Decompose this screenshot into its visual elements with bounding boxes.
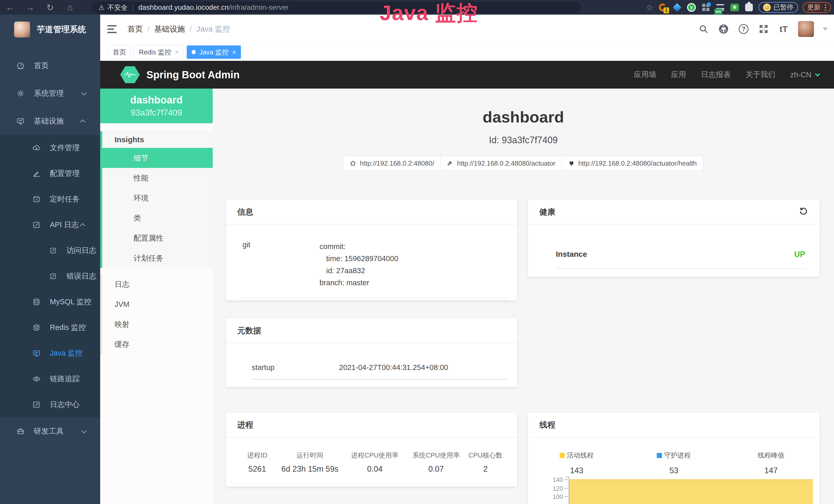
y-tick-mark [565,479,568,480]
profile-emoji-icon: ☺ [763,4,771,11]
log-edit-icon [47,245,59,256]
sba-item-details[interactable]: 细节 [100,148,213,168]
sba-item-jvm[interactable]: JVM [100,294,213,314]
sba-item-environment[interactable]: 环境 [100,188,213,208]
active-dot-icon [192,50,196,54]
app-sidebar: 芋道管理系统 首页 系统管理 基础设施 文件管理 [0,15,100,504]
extension-y-icon[interactable]: y [686,3,696,12]
service-url-button[interactable]: http://192.168.0.2:48080/ [343,156,440,171]
browser-forward-icon[interactable]: → [20,2,40,12]
sidebar-item-java[interactable]: Java 监控 [0,340,100,366]
breadcrumb: 首页 / 基础设施 / Java 监控 [127,24,230,35]
sba-locale-select[interactable]: zh-CN [790,71,818,79]
sba-item-mappings[interactable]: 映射 [100,314,213,334]
bookmark-star-icon[interactable]: ☆ [646,3,653,12]
camera-glyph [730,4,739,11]
browser-menu-icon[interactable] [825,4,826,11]
paused-label: 已暂停 [773,3,793,12]
browser-home-icon[interactable]: ⌂ [60,2,80,12]
legend-peak-threads: 线程峰值 [723,451,820,460]
sba-item-configprops[interactable]: 配置属性 [100,228,213,248]
health-url-button[interactable]: http://192.168.0.2:48080/actuator/health [562,156,703,171]
profile-paused-chip[interactable]: ☺ 已暂停 [759,2,798,13]
sba-item-caches[interactable]: 缓存 [100,334,213,354]
extension-grid-icon[interactable] [701,3,711,12]
extension-pin-icon[interactable] [672,3,682,12]
avatar-caret-icon[interactable] [823,27,828,30]
fullscreen-icon[interactable] [758,23,769,35]
browser-back-icon[interactable]: ← [0,2,20,12]
sba-nav-applications[interactable]: 应用 [671,70,686,80]
briefcase-icon [15,426,26,437]
sidebar-item-config[interactable]: 配置管理 [0,161,100,186]
legend-label: 活动线程 [567,451,594,459]
sidebar-item-api-log[interactable]: API 日志 [0,212,100,238]
extension-camera-icon[interactable] [730,3,740,12]
tab-redis-monitor[interactable]: Redis 监控 × [134,45,184,59]
warning-icon: ⚠ [98,4,104,11]
sba-item-logs[interactable]: 日志 [100,274,213,294]
sidebar-item-redis[interactable]: Redis 监控 [0,315,100,340]
sidebar-item-access-log[interactable]: 访问日志 [0,238,100,264]
sba-brand-title[interactable]: Spring Boot Admin [147,69,240,81]
breadcrumb-infra[interactable]: 基础设施 [154,24,185,35]
actuator-url-button[interactable]: http://192.168.0.2:48080/actuator [440,156,562,171]
search-icon[interactable] [698,23,709,35]
sidebar-item-infra[interactable]: 基础设施 [0,107,100,135]
git-time-line: time: 1596289704000 [320,253,398,265]
sba-nav-journal[interactable]: 日志报表 [701,70,731,80]
extension-list-icon[interactable]: on [715,3,725,12]
extension-orange-icon[interactable]: 1 [658,3,667,12]
browser-reload-icon[interactable]: ↻ [40,2,60,13]
sba-item-classes[interactable]: 类 [100,208,213,228]
close-icon[interactable]: × [175,48,179,56]
health-card: 健康 Instance UP [528,200,820,276]
info-card: 信息 git commit: time: 1596289704000 id: 2… [226,200,517,300]
sidebar-item-file[interactable]: 文件管理 [0,135,100,161]
health-instance-row: Instance UP [556,250,805,269]
browser-update-button[interactable]: 更新 [803,2,831,13]
sba-nav-wallboard[interactable]: 应用墙 [634,70,656,80]
close-icon[interactable]: × [232,48,236,56]
sba-logo-icon[interactable] [120,66,140,83]
help-icon[interactable]: ? [738,23,749,35]
tab-java-monitor[interactable]: Java 监控 × [187,45,241,59]
sidebar-item-home[interactable]: 首页 [0,52,100,79]
history-icon[interactable] [798,206,808,218]
sba-instance-header[interactable]: dashboard 93a3fc7f7409 [100,89,213,123]
sba-nav: 应用墙 应用 日志报表 关于我们 zh-CN [634,70,818,80]
git-id-line: id: 27aa832 [320,265,398,277]
user-avatar[interactable] [798,21,814,37]
sba-item-scheduled-tasks[interactable]: 计划任务 [100,248,213,268]
address-bar[interactable]: ⚠ 不安全 dashboard.yudao.iocoder.cn /infra/… [92,2,581,13]
breadcrumb-current: Java 监控 [197,24,231,35]
breadcrumb-separator: / [190,25,192,33]
gear-icon [15,88,26,99]
metadata-startup-row: startup 2021-04-27T00:44:31.254+08:00 [252,363,508,380]
dashboard-icon [15,60,26,71]
sidebar-item-error-log[interactable]: 错误日志 [0,264,100,289]
sidebar-item-mysql[interactable]: MySQL 监控 [0,289,100,315]
sidebar-item-system[interactable]: 系统管理 [0,79,100,107]
tab-home[interactable]: 首页 [108,45,131,59]
security-label[interactable]: 不安全 [107,3,127,12]
extensions-puzzle-icon[interactable] [744,3,754,12]
github-icon[interactable] [718,23,729,35]
sidebar-item-trace[interactable]: 链路追踪 [0,366,100,392]
metadata-value: 2021-04-27T00:44:31.254+08:00 [339,363,448,372]
locale-label: zh-CN [790,71,811,79]
sba-nav-about[interactable]: 关于我们 [746,70,775,80]
sidebar-item-job[interactable]: 定时任务 [0,186,100,212]
log-edit-icon [31,399,42,410]
sidebar-item-devtools[interactable]: 研发工具 [0,417,100,445]
breadcrumb-home[interactable]: 首页 [127,24,143,35]
chevron-down-icon [815,71,820,76]
sidebar-item-label: MySQL 监控 [50,297,91,307]
sidebar-item-label: 系统管理 [34,88,64,98]
app-logo-row[interactable]: 芋道管理系统 [0,15,100,44]
font-size-icon[interactable]: tT [778,23,789,35]
hamburger-icon[interactable] [107,25,117,33]
log-edit-icon [31,219,42,231]
sba-item-metrics[interactable]: 性能 [100,168,213,188]
sidebar-item-log-center[interactable]: 日志中心 [0,392,100,417]
